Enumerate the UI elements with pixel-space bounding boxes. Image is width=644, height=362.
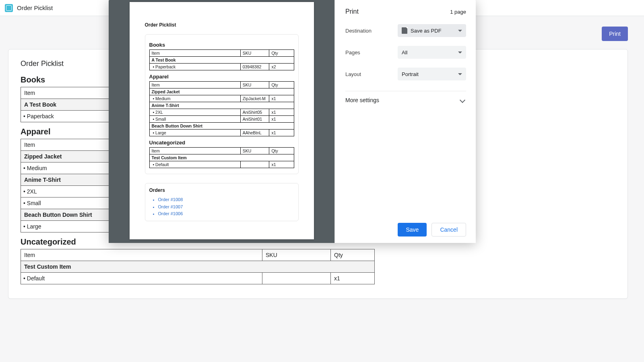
layout-label: Layout <box>345 71 398 77</box>
chevron-down-icon <box>458 30 462 32</box>
chevron-down-icon <box>458 73 462 75</box>
print-preview-page: Order Picklist Books ItemSKUQty A Test B… <box>130 2 314 239</box>
destination-value: Save as PDF <box>411 28 442 34</box>
print-settings-pane: Print 1 page Destination Save as PDF Pag… <box>335 0 476 243</box>
layout-select[interactable]: Portrait <box>398 68 466 80</box>
pdf-page-icon <box>402 27 407 34</box>
pv-picklist-card: Books ItemSKUQty A Test Book Paperback03… <box>145 34 299 174</box>
more-settings-toggle[interactable]: More settings <box>345 91 466 103</box>
print-dialog: Order Picklist Books ItemSKUQty A Test B… <box>109 0 476 243</box>
app-logo-icon <box>5 4 13 12</box>
order-link[interactable]: Order #1007 <box>158 204 294 211</box>
print-page-count: 1 page <box>450 9 466 15</box>
pv-title: Order Picklist <box>145 22 299 28</box>
app-title: Order Picklist <box>17 4 53 11</box>
layout-value: Portrait <box>402 71 419 77</box>
pv-orders-card: Orders Order #1008 Order #1007 Order #10… <box>145 183 299 221</box>
uncat-table: ItemSKUQty Test Custom Item Defaultx1 <box>21 249 375 284</box>
chevron-down-icon <box>460 97 465 103</box>
print-button[interactable]: Print <box>602 27 628 41</box>
chevron-down-icon <box>458 51 462 53</box>
pages-select[interactable]: All <box>398 46 466 59</box>
cancel-button[interactable]: Cancel <box>431 223 466 237</box>
more-settings-label: More settings <box>345 97 379 103</box>
destination-select[interactable]: Save as PDF <box>398 24 466 37</box>
order-link[interactable]: Order #1006 <box>158 210 294 218</box>
save-button[interactable]: Save <box>398 223 427 237</box>
order-link[interactable]: Order #1008 <box>158 196 294 204</box>
pv-orders-list: Order #1008 Order #1007 Order #1006 <box>149 196 294 218</box>
destination-label: Destination <box>345 28 398 34</box>
pages-value: All <box>402 49 407 56</box>
pages-label: Pages <box>345 49 398 56</box>
print-preview-pane[interactable]: Order Picklist Books ItemSKUQty A Test B… <box>109 0 335 243</box>
print-title: Print <box>345 8 359 15</box>
